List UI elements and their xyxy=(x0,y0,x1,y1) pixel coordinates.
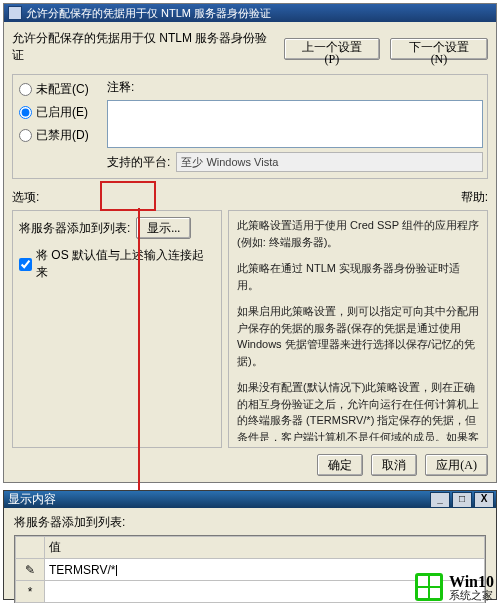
concat-defaults-checkbox[interactable] xyxy=(19,258,32,271)
help-paragraph: 如果没有配置(默认情况下)此策略设置，则在正确的相互身份验证之后，允许向运行在任… xyxy=(237,379,479,441)
options-section-label: 选项: xyxy=(12,189,39,206)
window-titlebar[interactable]: 允许分配保存的凭据用于仅 NTLM 服务器身份验证 xyxy=(4,4,496,22)
show-contents-title: 显示内容 xyxy=(8,491,56,508)
help-text[interactable]: 此策略设置适用于使用 Cred SSP 组件的应用程序(例如: 终端服务器)。此… xyxy=(235,217,481,441)
next-setting-button[interactable]: 下一个设置(N) xyxy=(390,38,488,60)
grid-corner-cell xyxy=(16,537,45,559)
policy-settings-window: 允许分配保存的凭据用于仅 NTLM 服务器身份验证 允许分配保存的凭据用于仅 N… xyxy=(3,3,497,483)
policy-heading: 允许分配保存的凭据用于仅 NTLM 服务器身份验证 xyxy=(12,30,278,64)
help-paragraph: 如果启用此策略设置，则可以指定可向其中分配用户保存的凭据的服务器(保存的凭据是通… xyxy=(237,303,479,369)
radio-enabled[interactable]: 已启用(E) xyxy=(19,104,95,121)
minimize-icon[interactable]: _ xyxy=(430,492,450,508)
maximize-icon[interactable]: □ xyxy=(452,492,472,508)
help-pane: 此策略设置适用于使用 Cred SSP 组件的应用程序(例如: 终端服务器)。此… xyxy=(228,210,488,448)
radio-disabled-input[interactable] xyxy=(19,129,32,142)
help-paragraph: 此策略在通过 NTLM 实现服务器身份验证时适用。 xyxy=(237,260,479,293)
grid-row-edit-icon: ✎ xyxy=(16,559,45,581)
ok-button[interactable]: 确定 xyxy=(317,454,363,476)
grid-column-value[interactable]: 值 xyxy=(45,537,485,559)
annotation-arrow xyxy=(138,208,140,528)
concat-defaults-checkbox-row[interactable]: 将 OS 默认值与上述输入连接起来 xyxy=(19,247,215,281)
grid-header-row: 值 xyxy=(16,537,485,559)
watermark-line2: 系统之家 xyxy=(449,590,494,601)
apply-button[interactable]: 应用(A) xyxy=(425,454,488,476)
cancel-button[interactable]: 取消 xyxy=(371,454,417,476)
radio-enabled-input[interactable] xyxy=(19,106,32,119)
window-title: 允许分配保存的凭据用于仅 NTLM 服务器身份验证 xyxy=(26,6,271,21)
show-button[interactable]: 显示... xyxy=(136,217,191,239)
radio-not-configured-input[interactable] xyxy=(19,83,32,96)
configuration-group: 未配置(C) 已启用(E) 已禁用(D) 注释: 支持的平台: xyxy=(12,74,488,179)
previous-setting-button[interactable]: 上一个设置(P) xyxy=(284,38,380,60)
text-caret xyxy=(116,565,117,576)
grid-new-row-icon: * xyxy=(16,581,45,603)
radio-disabled[interactable]: 已禁用(D) xyxy=(19,127,95,144)
window-system-icon xyxy=(8,6,22,20)
supported-platforms-value: 至少 Windows Vista xyxy=(176,152,483,172)
watermark: Win10 系统之家 xyxy=(415,573,494,601)
radio-not-configured[interactable]: 未配置(C) xyxy=(19,81,95,98)
watermark-line1: Win10 xyxy=(449,573,494,590)
close-icon[interactable]: X xyxy=(474,492,494,508)
help-paragraph: 此策略设置适用于使用 Cred SSP 组件的应用程序(例如: 终端服务器)。 xyxy=(237,217,479,250)
options-pane: 将服务器添加到列表: 显示... 将 OS 默认值与上述输入连接起来 xyxy=(12,210,222,448)
show-contents-list-label: 将服务器添加到列表: xyxy=(14,514,486,531)
add-servers-label: 将服务器添加到列表: xyxy=(19,220,130,237)
comment-label: 注释: xyxy=(107,79,483,96)
concat-defaults-label: 将 OS 默认值与上述输入连接起来 xyxy=(36,247,215,281)
watermark-logo-icon xyxy=(415,573,443,601)
help-section-label: 帮助: xyxy=(461,189,488,206)
show-contents-titlebar[interactable]: 显示内容 _ □ X xyxy=(4,491,496,508)
supported-platforms-label: 支持的平台: xyxy=(107,154,170,171)
comment-textarea[interactable] xyxy=(107,100,483,148)
